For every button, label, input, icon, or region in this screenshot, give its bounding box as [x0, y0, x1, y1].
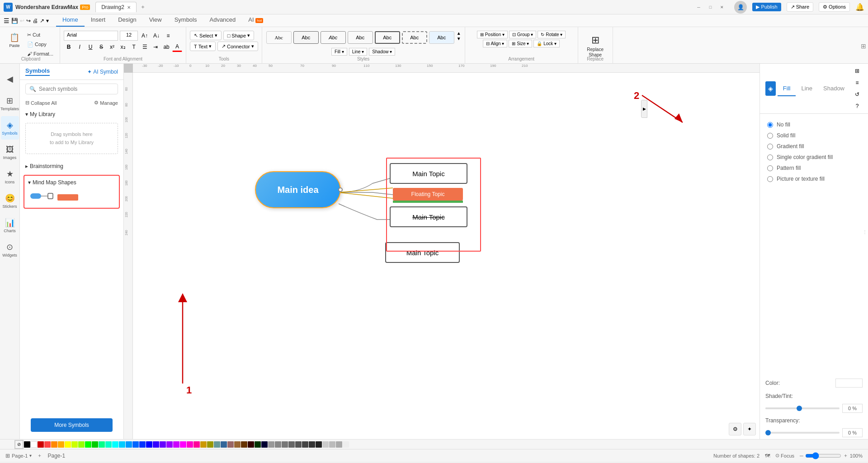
no-fill-option[interactable]: No fill: [765, 119, 863, 130]
right-icon-1[interactable]: ⊞: [852, 65, 863, 76]
style-1[interactable]: Abc: [266, 31, 292, 44]
color-brown1[interactable]: [200, 441, 207, 448]
text-style-btn[interactable]: T: [129, 42, 139, 52]
close-btn[interactable]: ✕: [719, 4, 725, 10]
color-gray5[interactable]: [295, 441, 302, 448]
styles-up[interactable]: ▲: [457, 31, 461, 36]
color-teal1[interactable]: [99, 441, 105, 448]
plus-btn[interactable]: ✦: [743, 423, 756, 435]
single-color-option[interactable]: Single color gradient fill: [765, 152, 863, 163]
redo-btn[interactable]: ↪: [26, 18, 31, 24]
user-avatar[interactable]: 👤: [734, 1, 747, 14]
quick-save[interactable]: 💾: [11, 18, 18, 24]
rotate-btn[interactable]: ↻ Rotate ▾: [538, 31, 566, 38]
mind-map-shape-1[interactable]: [30, 191, 53, 202]
solid-fill-option[interactable]: Solid fill: [765, 130, 863, 141]
color-darkgreen2[interactable]: [255, 441, 261, 448]
color-brown2[interactable]: [241, 441, 247, 448]
strikethrough-btn[interactable]: S: [96, 42, 106, 52]
right-icon-3[interactable]: ↺: [852, 89, 863, 100]
right-panel-toggle[interactable]: ▶: [641, 100, 647, 118]
replace-shape-btn[interactable]: ⊞ ReplaceShape: [582, 33, 609, 60]
quick-export[interactable]: ↗: [40, 18, 44, 24]
color-purple2[interactable]: [173, 441, 179, 448]
quick-dropdown[interactable]: ▾: [46, 18, 49, 24]
connector-btn[interactable]: ↗ Connector ▾: [217, 42, 258, 51]
tab-shadow[interactable]: Shadow: [818, 81, 850, 96]
increase-font[interactable]: A↑: [140, 31, 150, 41]
style-7[interactable]: Abc: [429, 31, 454, 44]
color-green[interactable]: [85, 441, 91, 448]
cut-btn[interactable]: ✂ Cut: [24, 31, 56, 39]
color-lightgray3[interactable]: [336, 441, 342, 448]
select-btn[interactable]: ↖ Select ▾: [190, 31, 222, 40]
canvas-content[interactable]: Main idea Main Topic Floating Topic: [133, 73, 760, 439]
zoom-slider[interactable]: [805, 452, 841, 459]
shape-btn[interactable]: □ Shape ▾: [223, 31, 254, 40]
main-idea-shape[interactable]: Main idea: [255, 171, 341, 208]
main-topic-3[interactable]: Main Topic: [390, 206, 467, 227]
sidebar-item-images[interactable]: 🖼 Images: [1, 140, 19, 164]
color-red[interactable]: [38, 441, 44, 448]
map-view-btn[interactable]: 🗺: [765, 453, 770, 458]
font-size[interactable]: 12: [120, 31, 138, 41]
main-topic-4[interactable]: Main Topic: [385, 242, 460, 263]
style-6[interactable]: Abc: [402, 31, 427, 44]
minimize-btn[interactable]: ─: [695, 4, 702, 10]
sidebar-item-icons[interactable]: ★ Icons: [1, 165, 19, 188]
styles-down[interactable]: ▼: [457, 36, 461, 41]
color-sage[interactable]: [214, 441, 220, 448]
pattern-fill-option[interactable]: Pattern fill: [765, 163, 863, 173]
fill-btn[interactable]: Fill ▾: [331, 48, 347, 56]
search-input[interactable]: [39, 86, 114, 92]
maximize-btn[interactable]: □: [707, 4, 713, 10]
symbols-title[interactable]: Symbols: [25, 67, 50, 76]
shadow-btn[interactable]: Shadow ▾: [369, 48, 395, 56]
style-5[interactable]: Abc: [375, 31, 400, 44]
sidebar-item-templates[interactable]: ⊞ Templates: [1, 92, 19, 115]
color-skyblue[interactable]: [119, 441, 125, 448]
collapse-ribbon[interactable]: ⊞: [861, 42, 866, 50]
brainstorming-toggle[interactable]: ▸ Brainstorming: [25, 161, 118, 171]
floating-topic[interactable]: Floating Topic: [393, 188, 463, 201]
tab-ai[interactable]: AI hot: [242, 14, 269, 27]
align-btn[interactable]: ≡: [163, 31, 173, 41]
color-gold[interactable]: [58, 441, 64, 448]
position-btn[interactable]: ⊞ Position ▾: [477, 31, 508, 38]
notification-btn[interactable]: 🔔: [855, 3, 864, 11]
color-gray2[interactable]: [275, 441, 281, 448]
gradient-fill-radio[interactable]: [767, 144, 773, 150]
tab-design[interactable]: Design: [112, 14, 142, 27]
color-pink1[interactable]: [187, 441, 193, 448]
color-lightred[interactable]: [44, 441, 51, 448]
style-2[interactable]: Abc: [293, 31, 319, 44]
color-lime2[interactable]: [78, 441, 85, 448]
page-selector[interactable]: ⊞ Page-1 ▾: [5, 453, 32, 459]
tab-fill[interactable]: Fill: [778, 81, 796, 96]
my-library-toggle[interactable]: ▾ My Library: [25, 109, 118, 119]
font-color-btn[interactable]: A: [172, 42, 182, 52]
ai-symbol-btn[interactable]: ✦ AI Symbol: [87, 69, 118, 75]
superscript-btn[interactable]: x²: [107, 42, 117, 52]
color-lime1[interactable]: [71, 441, 78, 448]
color-gray8[interactable]: [316, 441, 322, 448]
color-blue4[interactable]: [146, 441, 152, 448]
style-4[interactable]: Abc: [348, 31, 373, 44]
add-tab[interactable]: ＋: [137, 1, 149, 13]
style-3[interactable]: Abc: [321, 31, 346, 44]
italic-btn[interactable]: I: [75, 42, 85, 52]
sidebar-item-symbols[interactable]: ◈ Symbols: [1, 116, 19, 140]
font-selector[interactable]: Arial: [64, 31, 118, 41]
indent-btn[interactable]: ⇥: [151, 42, 160, 52]
color-darkgreen[interactable]: [92, 441, 98, 448]
main-topic-1[interactable]: Main Topic: [390, 163, 467, 184]
color-lightgray2[interactable]: [329, 441, 335, 448]
quick-access-menu[interactable]: ☰: [4, 17, 9, 24]
color-gray6[interactable]: [302, 441, 308, 448]
color-picker[interactable]: [835, 379, 863, 388]
transparency-slider[interactable]: [765, 432, 840, 434]
color-yellow[interactable]: [65, 441, 71, 448]
color-magenta[interactable]: [180, 441, 186, 448]
pattern-fill-radio[interactable]: [767, 165, 773, 171]
color-cyan2[interactable]: [112, 441, 118, 448]
